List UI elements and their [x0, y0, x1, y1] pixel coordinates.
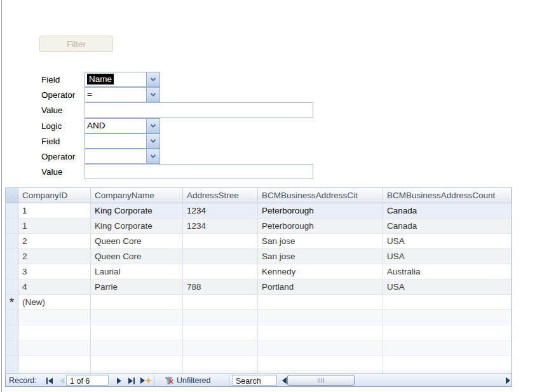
empty-row: [6, 341, 512, 356]
window-left-border: [1, 0, 2, 392]
cell-addresscountry[interactable]: USA: [383, 280, 512, 295]
cell-addressstreet[interactable]: [183, 234, 258, 249]
datasheet: CompanyID CompanyName AddressStree BCMBu…: [5, 187, 512, 387]
separator: [229, 375, 229, 386]
column-header-addresscity[interactable]: BCMBusinessAddressCit: [258, 188, 383, 203]
new-record-marker-icon[interactable]: *: [6, 295, 18, 310]
empty-row: [6, 356, 512, 371]
row-selector[interactable]: [6, 264, 18, 280]
cell-addresscity[interactable]: Portland: [258, 280, 383, 295]
chevron-down-icon[interactable]: [146, 72, 159, 86]
cell-addresscountry[interactable]: USA: [383, 249, 512, 264]
previous-record-button[interactable]: [57, 376, 67, 385]
value2-input[interactable]: [85, 164, 313, 179]
cell-addresscountry[interactable]: Canada: [383, 203, 512, 219]
cell-companyname[interactable]: Queen Core: [91, 249, 183, 264]
field2-combo[interactable]: [85, 133, 160, 149]
cell-companyname[interactable]: King Corporate: [91, 219, 183, 234]
field1-combo-value: Name: [85, 72, 146, 86]
search-input[interactable]: Search: [232, 375, 277, 386]
scrollbar-grip-icon: [318, 378, 325, 383]
filter-row-value1: Value: [41, 102, 313, 118]
cell-addressstreet[interactable]: 788: [183, 280, 258, 295]
cell-empty[interactable]: [91, 295, 183, 310]
logic-combo[interactable]: AND: [85, 118, 160, 133]
cell-new-record[interactable]: (New): [18, 295, 91, 310]
scroll-right-icon[interactable]: [503, 376, 513, 385]
chevron-down-icon[interactable]: [146, 134, 159, 148]
filter-status-label[interactable]: Unfiltered: [177, 376, 211, 385]
table-row[interactable]: 3 Laurial Kennedy Australia: [6, 264, 512, 280]
value1-input[interactable]: [85, 102, 313, 118]
cell-companyname[interactable]: Laurial: [91, 264, 183, 280]
cell-addresscountry[interactable]: Australia: [383, 264, 512, 280]
cell-addressstreet[interactable]: [183, 249, 258, 264]
new-record-button[interactable]: [139, 376, 152, 385]
operator2-combo[interactable]: [85, 149, 160, 164]
filter-row-field2: Field: [41, 133, 160, 149]
record-position-box[interactable]: 1 of 6: [66, 375, 109, 386]
logic-label: Logic: [41, 121, 85, 131]
row-selector[interactable]: [6, 249, 18, 264]
cell-companyid[interactable]: 1: [18, 203, 91, 219]
cell-addresscity[interactable]: San jose: [258, 249, 383, 264]
cell-addresscountry[interactable]: Canada: [383, 219, 512, 234]
operator1-combo[interactable]: =: [85, 87, 160, 102]
row-selector[interactable]: [6, 203, 18, 219]
cell-empty[interactable]: [258, 295, 383, 310]
row-selector[interactable]: [6, 234, 18, 249]
cell-companyid[interactable]: 2: [18, 234, 91, 249]
cell-empty[interactable]: [383, 295, 512, 310]
cell-companyid[interactable]: 1: [18, 219, 91, 234]
column-header-addresscountry[interactable]: BCMBusinessAddressCount: [383, 188, 512, 203]
record-navigation-bar: Record: 1 of 6 Unfiltered Search: [5, 374, 512, 387]
next-record-button[interactable]: [114, 376, 124, 385]
column-header-companyname[interactable]: CompanyName: [91, 188, 183, 203]
separator: [154, 375, 154, 386]
cell-companyid[interactable]: 3: [18, 264, 91, 280]
row-selector[interactable]: [6, 219, 18, 234]
table-row[interactable]: 1 King Corporate 1234 Peterborough Canad…: [6, 219, 512, 234]
row-selector[interactable]: [6, 280, 18, 295]
cell-addresscountry[interactable]: USA: [383, 234, 512, 249]
chevron-down-icon[interactable]: [146, 119, 159, 133]
cell-addresscity[interactable]: Peterborough: [258, 203, 383, 219]
value2-label: Value: [41, 167, 85, 177]
cell-addresscity[interactable]: Kennedy: [258, 264, 383, 280]
value1-label: Value: [41, 105, 85, 115]
column-header-companyid[interactable]: CompanyID: [18, 188, 91, 203]
record-label: Record:: [9, 376, 37, 385]
table-row[interactable]: 4 Parrie 788 Portland USA: [6, 280, 512, 295]
last-record-button[interactable]: [126, 376, 136, 385]
table-row[interactable]: 2 Queen Core San jose USA: [6, 249, 512, 264]
cell-companyname[interactable]: King Corporate: [91, 203, 183, 219]
cell-companyid[interactable]: 2: [18, 249, 91, 264]
datasheet-header-row: CompanyID CompanyName AddressStree BCMBu…: [6, 188, 512, 203]
cell-addresscity[interactable]: San jose: [258, 234, 383, 249]
filter-button[interactable]: Filter: [39, 36, 113, 52]
table-row[interactable]: 2 Queen Core San jose USA: [6, 234, 512, 249]
cell-addressstreet[interactable]: [183, 264, 258, 280]
horizontal-scrollbar-thumb[interactable]: [287, 375, 355, 386]
column-header-addressstreet[interactable]: AddressStree: [183, 188, 258, 203]
cell-addresscity[interactable]: Peterborough: [258, 219, 383, 234]
filter-row-operator1: Operator =: [41, 87, 160, 102]
chevron-down-icon[interactable]: [146, 88, 159, 102]
table-row[interactable]: 1 King Corporate 1234 Peterborough Canad…: [6, 203, 512, 219]
first-record-button[interactable]: [44, 376, 55, 385]
cell-companyid[interactable]: 4: [18, 280, 91, 295]
row-selector-header[interactable]: [6, 188, 18, 203]
cell-addressstreet[interactable]: 1234: [183, 219, 258, 234]
field2-label: Field: [41, 137, 85, 146]
new-record-asterisk: *: [10, 295, 14, 309]
field1-combo[interactable]: Name: [85, 72, 160, 87]
filter-row-operator2: Operator: [41, 149, 160, 164]
cell-companyname[interactable]: Queen Core: [91, 234, 183, 249]
cell-companyname[interactable]: Parrie: [91, 280, 183, 295]
empty-row: [6, 325, 512, 341]
chevron-down-icon[interactable]: [146, 149, 159, 163]
cell-addressstreet[interactable]: 1234: [183, 203, 258, 219]
filter-status-icon[interactable]: [164, 376, 173, 385]
new-record-row[interactable]: * (New): [6, 295, 512, 310]
cell-empty[interactable]: [183, 295, 258, 310]
